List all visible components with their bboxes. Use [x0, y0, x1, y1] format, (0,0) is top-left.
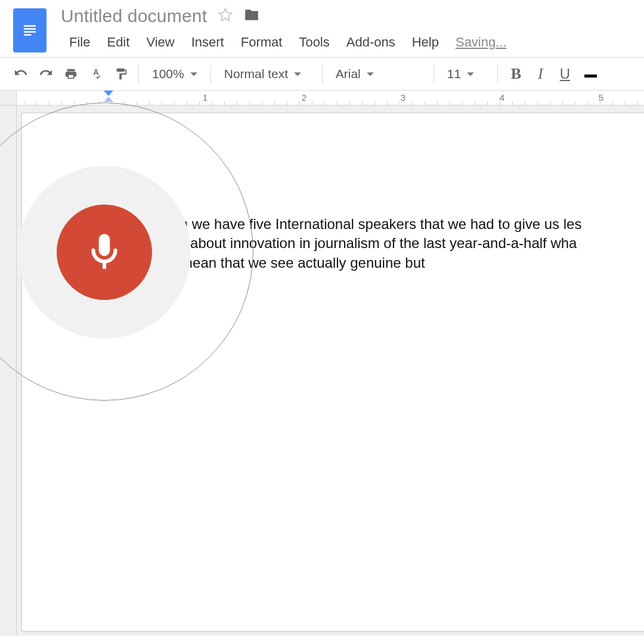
svg-rect-1 — [24, 28, 36, 30]
docs-logo[interactable] — [13, 8, 47, 52]
app-header: Untitled document File Edit View Insert … — [0, 0, 644, 52]
chevron-down-icon — [367, 67, 374, 81]
paragraph-style-value: Normal text — [224, 67, 288, 81]
docs-logo-icon — [21, 21, 39, 39]
paint-format-button[interactable] — [109, 58, 134, 90]
underline-button[interactable]: U — [552, 66, 578, 82]
save-status: Saving... — [447, 32, 515, 52]
ruler-mark: 4 — [500, 92, 504, 103]
svg-rect-4 — [103, 261, 106, 268]
text-color-button[interactable]: A — [578, 66, 600, 82]
ruler-mark: 3 — [401, 92, 405, 103]
menu-help[interactable]: Help — [404, 32, 447, 52]
svg-rect-3 — [24, 34, 32, 36]
paragraph-style-select[interactable]: Normal text — [216, 67, 317, 81]
font-size-select[interactable]: 11 — [439, 67, 493, 81]
chevron-down-icon — [294, 67, 301, 81]
font-select[interactable]: Arial — [327, 67, 429, 81]
page-gutter — [0, 106, 17, 636]
menu-edit[interactable]: Edit — [98, 32, 138, 52]
horizontal-ruler[interactable]: 1 2 3 4 5 — [0, 91, 644, 105]
folder-icon[interactable] — [244, 7, 259, 25]
menu-format[interactable]: Format — [233, 32, 291, 52]
toolbar-separator — [138, 64, 139, 83]
font-value: Arial — [336, 67, 361, 81]
svg-rect-0 — [24, 25, 36, 27]
star-icon[interactable] — [218, 7, 233, 25]
svg-rect-2 — [24, 31, 36, 33]
menu-insert[interactable]: Insert — [183, 32, 233, 52]
menu-view[interactable]: View — [138, 32, 182, 52]
print-button[interactable] — [58, 58, 83, 90]
microphone-icon — [82, 230, 126, 274]
bold-button[interactable]: B — [503, 65, 530, 83]
toolbar: 100% Normal text Arial 11 B I U A — [0, 57, 644, 91]
menu-addons[interactable]: Add-ons — [338, 32, 404, 52]
toolbar-separator — [210, 64, 211, 83]
toolbar-separator — [322, 64, 323, 83]
document-title[interactable]: Untitled document — [61, 6, 207, 26]
font-size-value: 11 — [447, 67, 461, 81]
ruler-mark: 1 — [203, 92, 208, 103]
zoom-select[interactable]: 100% — [144, 67, 206, 81]
voice-typing-widget[interactable] — [18, 166, 191, 339]
menu-file[interactable]: File — [61, 32, 98, 52]
menu-bar: File Edit View Insert Format Tools Add-o… — [61, 32, 515, 52]
italic-button[interactable]: I — [530, 65, 552, 83]
redo-button[interactable] — [33, 58, 58, 90]
ruler-mark: 2 — [302, 92, 306, 103]
toolbar-separator — [497, 64, 498, 83]
toolbar-separator — [434, 64, 434, 83]
indent-marker[interactable] — [104, 91, 113, 102]
spellcheck-button[interactable] — [83, 58, 109, 90]
document-body[interactable]: ation Forum we have five International s… — [112, 215, 644, 273]
voice-record-button[interactable] — [57, 205, 152, 300]
zoom-value: 100% — [152, 67, 184, 81]
undo-button[interactable] — [8, 58, 33, 90]
menu-tools[interactable]: Tools — [290, 32, 338, 52]
chevron-down-icon — [190, 67, 197, 81]
chevron-down-icon — [467, 67, 474, 81]
